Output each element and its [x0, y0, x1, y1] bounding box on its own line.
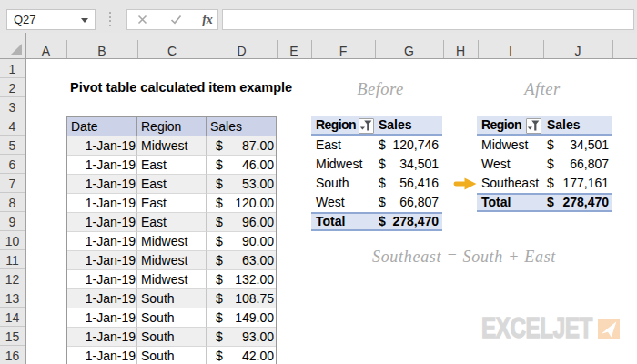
amount: 120,746 — [392, 136, 439, 155]
column-header-F[interactable]: F — [329, 41, 357, 61]
column-header-D[interactable]: D — [228, 41, 256, 61]
pivot_before-sales-header[interactable]: Sales — [379, 116, 412, 134]
exceljet-logo-mark-box — [598, 318, 620, 343]
formula-bar-resize-handle[interactable] — [109, 12, 112, 25]
data-table-cell-region[interactable]: South — [137, 289, 207, 308]
data-table-cell-region[interactable]: East — [137, 175, 207, 194]
column-header-B[interactable]: B — [88, 41, 116, 61]
pivot_before-row[interactable]: South$56,416 — [311, 174, 442, 193]
row-header-2[interactable]: 2 — [0, 78, 25, 97]
row-header-16[interactable]: 16 — [0, 346, 25, 364]
row-header-8[interactable]: 8 — [0, 193, 25, 212]
pivot_before-region-header[interactable]: Region — [311, 117, 356, 132]
select-all-button[interactable] — [0, 33, 25, 58]
data-table-cell-sales[interactable]: $120.00 — [207, 194, 276, 213]
pivot_after-sales-header[interactable]: Sales — [547, 116, 581, 134]
data-table-cell-date[interactable]: 1-Jan-19 — [67, 175, 137, 194]
data-table-header-date[interactable]: Date — [67, 117, 137, 136]
name-box-dropdown-icon[interactable] — [81, 18, 88, 23]
currency-symbol: $ — [216, 156, 223, 174]
row-header-5[interactable]: 5 — [0, 136, 25, 155]
data-table-cell-region[interactable]: East — [137, 213, 207, 232]
insert-function-icon[interactable]: fx — [197, 10, 218, 29]
row-header-11[interactable]: 11 — [0, 250, 25, 269]
column-divider — [137, 40, 138, 58]
row-header-10[interactable]: 10 — [0, 231, 25, 250]
row-header-9[interactable]: 9 — [0, 212, 25, 231]
region-filter-button[interactable] — [359, 118, 374, 134]
column-header-A[interactable]: A — [33, 41, 60, 61]
region-name: West — [311, 195, 345, 209]
data-table-cell-date[interactable]: 1-Jan-19 — [67, 347, 137, 364]
data-table-cell-region[interactable]: South — [137, 328, 207, 347]
column-header-J[interactable]: J — [564, 41, 592, 61]
pivot_before-row[interactable]: Midwest$34,501 — [311, 155, 442, 174]
row-header-1[interactable]: 1 — [0, 59, 25, 78]
data-table-cell-date[interactable]: 1-Jan-19 — [67, 328, 137, 347]
data-table-cell-region[interactable]: Midwest — [137, 251, 207, 270]
column-header-G[interactable]: G — [396, 41, 423, 61]
row-header-13[interactable]: 13 — [0, 288, 25, 308]
data-table-cell-region[interactable]: Midwest — [137, 232, 207, 251]
data-table-header-region[interactable]: Region — [137, 117, 207, 136]
formula-input[interactable] — [222, 9, 634, 30]
data-table-cell-region[interactable]: Midwest — [137, 270, 207, 289]
data-table-cell-date[interactable]: 1-Jan-19 — [67, 232, 137, 251]
data-table-cell-date[interactable]: 1-Jan-19 — [67, 289, 137, 308]
column-divider — [612, 40, 613, 58]
row-header-7[interactable]: 7 — [0, 174, 25, 193]
column-header-E[interactable]: E — [280, 41, 308, 61]
pivot_before-row[interactable]: West$66,807 — [311, 193, 442, 212]
data-table-cell-sales[interactable]: $46.00 — [207, 156, 276, 175]
data-table-cell-sales[interactable]: $90.00 — [207, 232, 276, 251]
data-table-cell-date[interactable]: 1-Jan-19 — [67, 308, 137, 328]
column-header-I[interactable]: I — [497, 41, 524, 61]
pivot_after-row[interactable]: Southeast$177,161 — [477, 174, 612, 193]
data-table-cell-date[interactable]: 1-Jan-19 — [67, 156, 137, 175]
pivot_after-row[interactable]: Midwest$34,501 — [477, 136, 612, 155]
data-table-cell-region[interactable]: East — [137, 194, 207, 213]
row-header-14[interactable]: 14 — [0, 308, 25, 327]
data-table-cell-sales[interactable]: $42.00 — [207, 347, 276, 364]
data-table-cell-region[interactable]: East — [137, 156, 207, 175]
pivot_after-row[interactable]: West$66,807 — [477, 155, 612, 174]
row-header-3[interactable]: 3 — [0, 97, 25, 116]
pivot_before-header-row[interactable]: RegionSales — [311, 116, 442, 136]
data-table-cell-sales[interactable]: $93.00 — [207, 328, 276, 347]
pivot_after-total-row[interactable]: Total$278,470 — [477, 193, 612, 212]
currency-symbol: $ — [379, 193, 386, 212]
data-table-cell-sales[interactable]: $53.00 — [207, 175, 276, 194]
pivot_before-row[interactable]: East$120,746 — [311, 136, 442, 155]
column-header-C[interactable]: C — [158, 41, 186, 61]
data-table-cell-sales[interactable]: $132.00 — [207, 270, 276, 289]
data-table-cell-date[interactable]: 1-Jan-19 — [67, 251, 137, 270]
data-table-cell-sales[interactable]: $149.00 — [207, 308, 276, 328]
data-table-cell-date[interactable]: 1-Jan-19 — [67, 270, 137, 289]
name-box[interactable]: Q27 — [6, 9, 96, 30]
data-table-cell-sales[interactable]: $108.75 — [207, 289, 276, 308]
row-header-4[interactable]: 4 — [0, 116, 25, 136]
name-box-value: Q27 — [14, 13, 36, 26]
cancel-icon[interactable] — [131, 10, 153, 29]
region-filter-button[interactable] — [526, 118, 541, 134]
data-table-cell-region[interactable]: South — [137, 308, 207, 328]
pivot_after-header-row[interactable]: RegionSales — [477, 116, 612, 136]
row-header-6[interactable]: 6 — [0, 155, 25, 174]
row-header-15[interactable]: 15 — [0, 327, 25, 346]
data-table-cell-sales[interactable]: $87.00 — [207, 136, 276, 156]
pivot_before-total-row[interactable]: Total$278,470 — [311, 212, 442, 231]
data-table-cell-date[interactable]: 1-Jan-19 — [67, 194, 137, 213]
data-table-header-sales[interactable]: Sales — [207, 117, 276, 136]
enter-icon[interactable] — [165, 10, 187, 29]
row-header-12[interactable]: 12 — [0, 269, 25, 288]
data-table-cell-sales[interactable]: $96.00 — [207, 213, 276, 232]
amount: 90.00 — [242, 232, 274, 250]
column-divider — [478, 40, 479, 58]
pivot_after-region-header[interactable]: Region — [477, 117, 521, 132]
data-table-cell-region[interactable]: Midwest — [137, 136, 207, 156]
data-table-cell-region[interactable]: South — [137, 347, 207, 364]
data-table-cell-sales[interactable]: $63.00 — [207, 251, 276, 270]
data-table-cell-date[interactable]: 1-Jan-19 — [67, 213, 137, 232]
data-table-cell-date[interactable]: 1-Jan-19 — [67, 136, 137, 156]
column-header-H[interactable]: H — [447, 41, 474, 61]
